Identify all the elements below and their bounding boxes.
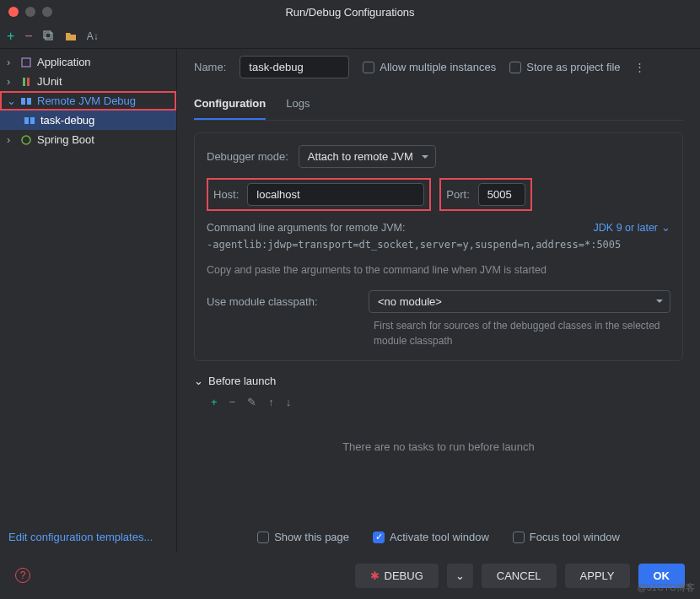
remove-task-button[interactable]: −: [229, 396, 236, 408]
name-input[interactable]: [240, 56, 349, 78]
allow-multiple-checkbox[interactable]: Allow multiple instances: [363, 61, 496, 73]
spring-icon: [20, 134, 32, 146]
store-as-file-checkbox[interactable]: Store as project file: [509, 61, 620, 73]
activate-window-checkbox[interactable]: Activate tool window: [373, 531, 489, 543]
sidebar-item-application[interactable]: › Application: [0, 52, 176, 72]
sidebar-item-label: task-debug: [40, 114, 94, 127]
sidebar: › Application › JUnit ⌄ Remote JVM Debug…: [0, 49, 177, 552]
bug-icon: ✱: [370, 569, 380, 582]
debug-button[interactable]: ✱ DEBUG: [355, 564, 439, 588]
host-input[interactable]: [247, 183, 424, 206]
svg-rect-5: [21, 98, 25, 105]
select-value: Attach to remote JVM: [308, 150, 413, 163]
watermark: @51CTO博客: [638, 581, 695, 594]
before-launch-section: ⌄ Before launch + − ✎ ↑ ↓ There are no t…: [194, 375, 683, 470]
module-row: Use module classpath: <no module>: [207, 290, 670, 313]
copy-config-button[interactable]: [43, 30, 55, 42]
sidebar-item-label: JUnit: [37, 75, 62, 88]
chevron-down-icon: ⌄: [194, 375, 203, 387]
move-down-button[interactable]: ↓: [286, 396, 292, 408]
add-task-button[interactable]: +: [211, 396, 218, 408]
chevron-right-icon: ›: [7, 56, 15, 68]
cli-args-label: Command line arguments for remote JVM:: [207, 222, 406, 234]
chevron-right-icon: ›: [7, 75, 15, 88]
sidebar-item-junit[interactable]: › JUnit: [0, 72, 176, 91]
move-up-button[interactable]: ↑: [268, 396, 274, 408]
host-port-row: Host: Port:: [207, 178, 670, 211]
module-hint: First search for sources of the debugged…: [374, 318, 670, 348]
bottom-checks: Show this page Activate tool window Focu…: [177, 522, 700, 552]
sidebar-item-label: Application: [37, 56, 91, 68]
svg-rect-4: [27, 78, 30, 86]
checkbox-icon: [513, 532, 525, 543]
jdk-version-link[interactable]: JDK 9 or later ⌄: [594, 221, 670, 234]
jdk-link-text: JDK 9 or later: [594, 222, 658, 234]
port-label: Port:: [446, 188, 469, 201]
folder-config-button[interactable]: [65, 30, 77, 42]
sidebar-item-task-debug[interactable]: task-debug: [0, 111, 176, 130]
port-highlight: Port:: [439, 178, 531, 211]
show-page-checkbox[interactable]: Show this page: [257, 531, 349, 543]
checkbox-icon: [373, 532, 385, 543]
checkbox-label: Allow multiple instances: [380, 61, 496, 73]
chevron-down-icon: ⌄: [7, 94, 15, 107]
remove-config-button[interactable]: −: [24, 29, 32, 44]
debugger-mode-select[interactable]: Attach to remote JVM: [299, 145, 436, 168]
sidebar-item-label: Spring Boot: [37, 133, 94, 146]
module-select[interactable]: <no module>: [369, 290, 670, 313]
debugger-mode-row: Debugger mode: Attach to remote JVM: [207, 145, 670, 168]
footer: ? ✱ DEBUG ⌄ CANCEL APPLY OK: [0, 552, 700, 599]
checkbox-label: Activate tool window: [390, 531, 489, 543]
button-label: DEBUG: [385, 569, 423, 582]
traffic-lights: [8, 7, 52, 17]
more-options-icon[interactable]: ⋮: [634, 61, 645, 73]
focus-window-checkbox[interactable]: Focus tool window: [513, 531, 620, 543]
footer-left: ?: [15, 568, 30, 583]
checkbox-icon: [363, 62, 374, 73]
configuration-box: Debugger mode: Attach to remote JVM Host…: [194, 132, 683, 361]
app-icon: [20, 57, 32, 68]
cli-args-value: -agentlib:jdwp=transport=dt_socket,serve…: [207, 237, 670, 252]
sidebar-item-label: Remote JVM Debug: [37, 94, 136, 107]
svg-rect-0: [46, 33, 52, 40]
maximize-window-button[interactable]: [42, 7, 52, 17]
add-config-button[interactable]: +: [7, 29, 14, 44]
svg-rect-1: [44, 31, 51, 38]
sidebar-item-remote-jvm-debug[interactable]: ⌄ Remote JVM Debug: [0, 91, 176, 111]
window-title: Run/Debug Configurations: [285, 6, 414, 19]
svg-rect-7: [24, 117, 29, 124]
main-area: › Application › JUnit ⌄ Remote JVM Debug…: [0, 49, 700, 552]
tabs: Configuration Logs: [194, 92, 683, 121]
chevron-down-icon: ⌄: [455, 569, 465, 582]
cancel-button[interactable]: CANCEL: [482, 564, 557, 588]
port-input[interactable]: [478, 183, 525, 206]
remote-icon: [24, 115, 35, 127]
remote-icon: [20, 95, 32, 107]
cli-args-label-row: Command line arguments for remote JVM: J…: [207, 221, 670, 234]
no-tasks-message: There are no tasks to run before launch: [194, 424, 683, 470]
debug-dropdown-button[interactable]: ⌄: [447, 564, 473, 588]
tab-logs[interactable]: Logs: [286, 92, 310, 120]
checkbox-label: Show this page: [274, 531, 349, 543]
apply-button[interactable]: APPLY: [565, 564, 630, 588]
before-launch-label: Before launch: [208, 375, 276, 387]
name-row: Name: Allow multiple instances Store as …: [194, 56, 683, 78]
debugger-mode-label: Debugger mode:: [207, 150, 288, 163]
sidebar-item-spring-boot[interactable]: › Spring Boot: [0, 130, 176, 149]
help-button[interactable]: ?: [15, 568, 30, 583]
close-window-button[interactable]: [8, 7, 19, 17]
content-panel: Name: Allow multiple instances Store as …: [177, 49, 700, 552]
sort-config-button[interactable]: A↓: [87, 30, 99, 42]
tab-configuration[interactable]: Configuration: [194, 92, 266, 120]
svg-rect-8: [30, 117, 35, 124]
edit-templates-link[interactable]: Edit configuration templates...: [8, 531, 153, 543]
junit-icon: [20, 76, 32, 88]
minimize-window-button[interactable]: [25, 7, 35, 17]
chevron-down-icon: ⌄: [661, 221, 670, 234]
checkbox-icon: [509, 62, 521, 73]
chevron-right-icon: ›: [7, 133, 15, 146]
before-launch-header[interactable]: ⌄ Before launch: [194, 375, 683, 387]
edit-task-button[interactable]: ✎: [247, 396, 256, 408]
host-label: Host:: [213, 188, 239, 201]
before-launch-toolbar: + − ✎ ↑ ↓: [194, 396, 683, 408]
